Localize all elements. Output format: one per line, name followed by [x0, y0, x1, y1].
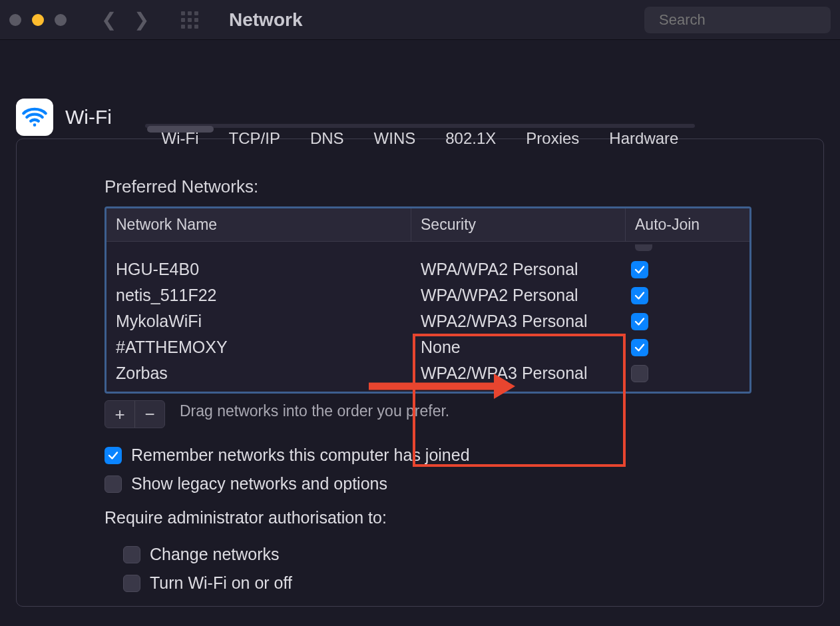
auto-join-cell [626, 287, 749, 304]
pref-title: Wi-Fi [65, 106, 112, 129]
remove-network-button[interactable]: − [135, 401, 164, 428]
window-title: Network [229, 9, 302, 31]
remember-networks-checkbox[interactable] [105, 447, 122, 464]
zoom-window-button[interactable] [55, 14, 67, 26]
tab-proxies[interactable]: Proxies [511, 126, 594, 133]
window-toolbar: ❮ ❯ Network [0, 0, 840, 40]
turn-wifi-label: Turn Wi-Fi on or off [150, 573, 292, 593]
change-networks-checkbox[interactable] [123, 546, 140, 563]
search-input[interactable] [659, 11, 840, 29]
tab-hardware[interactable]: Hardware [594, 126, 693, 133]
auto-join-cell [626, 313, 749, 330]
auto-join-checkbox[interactable] [631, 365, 648, 382]
network-name-cell: MykolaWiFi [106, 312, 411, 331]
table-row[interactable]: HGU-E4B0WPA/WPA2 Personal [106, 256, 749, 282]
remember-networks-option[interactable]: Remember networks this computer has join… [105, 446, 823, 465]
security-cell: WPA2/WPA3 Personal [411, 364, 626, 383]
tab-tcpip[interactable]: TCP/IP [214, 126, 295, 133]
tab-wins[interactable]: WINS [359, 126, 431, 133]
table-row[interactable]: netis_511F22WPA/WPA2 Personal [106, 282, 749, 308]
nav-buttons: ❮ ❯ [101, 11, 149, 29]
remember-networks-label: Remember networks this computer has join… [131, 446, 470, 465]
drag-reorder-hint: Drag networks into the order you prefer. [180, 402, 449, 420]
preferred-networks-table[interactable]: Network Name Security Auto-Join HGU-E4B0… [105, 206, 751, 394]
minimize-window-button[interactable] [32, 14, 44, 26]
show-legacy-checkbox[interactable] [105, 475, 122, 493]
auto-join-cell [626, 261, 749, 278]
turn-wifi-checkbox[interactable] [123, 575, 140, 592]
security-cell: WPA2/WPA3 Personal [411, 312, 626, 331]
auto-join-cell [626, 339, 749, 356]
network-name-cell: netis_511F22 [106, 286, 411, 305]
back-button[interactable]: ❮ [101, 11, 116, 29]
network-name-cell: HGU-E4B0 [106, 260, 411, 279]
traffic-lights [9, 14, 67, 26]
auto-join-checkbox[interactable] [631, 339, 648, 356]
preferred-networks-label: Preferred Networks: [105, 176, 823, 197]
tab-dns[interactable]: DNS [296, 126, 359, 133]
tab-wifi[interactable]: Wi-Fi [147, 126, 214, 133]
tab-8021x[interactable]: 802.1X [431, 126, 511, 133]
network-name-cell: #ATTHEMOXY [106, 338, 411, 357]
svg-point-2 [33, 123, 37, 127]
change-networks-label: Change networks [150, 545, 280, 564]
column-network-name[interactable]: Network Name [106, 208, 411, 241]
table-header: Network Name Security Auto-Join [106, 208, 749, 242]
auto-join-checkbox-partial[interactable] [635, 244, 652, 251]
add-remove-control: + − [105, 400, 165, 428]
security-cell: WPA/WPA2 Personal [411, 260, 626, 279]
column-auto-join[interactable]: Auto-Join [626, 208, 749, 241]
table-row[interactable]: ZorbasWPA2/WPA3 Personal [106, 360, 749, 386]
close-window-button[interactable] [9, 14, 21, 26]
network-name-cell: Zorbas [106, 364, 411, 383]
change-networks-option[interactable]: Change networks [123, 545, 823, 564]
auto-join-cell [626, 365, 749, 382]
security-cell: WPA/WPA2 Personal [411, 286, 626, 305]
table-row[interactable]: #ATTHEMOXYNone [106, 334, 749, 360]
show-legacy-label: Show legacy networks and options [131, 474, 387, 493]
tab-bar: Wi-FiTCP/IPDNSWINS802.1XProxiesHardware [145, 124, 696, 128]
admin-auth-label: Require administrator authorisation to: [105, 508, 823, 527]
show-all-icon[interactable] [181, 11, 198, 29]
settings-panel: Wi-FiTCP/IPDNSWINS802.1XProxiesHardware … [16, 139, 824, 607]
forward-button[interactable]: ❯ [134, 11, 149, 29]
auto-join-checkbox[interactable] [631, 261, 648, 278]
auto-join-checkbox[interactable] [631, 313, 648, 330]
auto-join-checkbox[interactable] [631, 287, 648, 304]
table-row[interactable]: MykolaWiFiWPA2/WPA3 Personal [106, 308, 749, 334]
security-cell: None [411, 338, 626, 357]
search-field[interactable] [644, 7, 831, 33]
turn-wifi-option[interactable]: Turn Wi-Fi on or off [123, 573, 823, 593]
show-legacy-option[interactable]: Show legacy networks and options [105, 474, 823, 493]
column-security[interactable]: Security [411, 208, 626, 241]
add-network-button[interactable]: + [105, 401, 134, 428]
wifi-icon [16, 99, 53, 136]
